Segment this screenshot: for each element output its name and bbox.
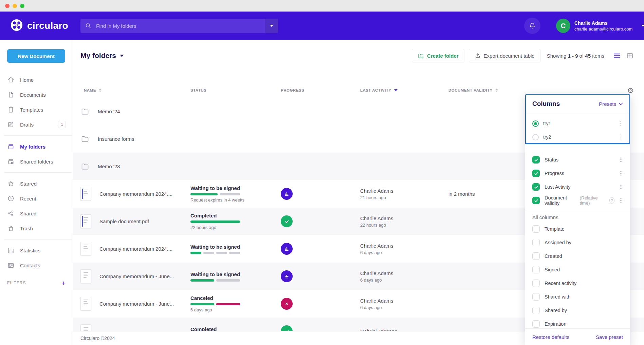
sidebar-item-statistics[interactable]: Statistics: [0, 243, 72, 258]
all-column-assigned-by: Assigned by: [525, 236, 630, 249]
sort-desc-icon: [394, 89, 398, 91]
checkbox-checked[interactable]: [532, 183, 540, 191]
progress-cell: [281, 270, 360, 282]
checkbox-unchecked[interactable]: [532, 239, 540, 246]
user-menu[interactable]: C Charlie Adams charlie.adams@circularo.…: [556, 19, 644, 33]
sidebar-item-trash[interactable]: Trash: [0, 221, 72, 236]
column-header-last-activity[interactable]: LAST ACTIVITY: [360, 88, 448, 92]
close-window-button[interactable]: [5, 4, 10, 8]
preset-menu-button[interactable]: ⋮: [617, 122, 623, 125]
sidebar-item-recent[interactable]: Recent: [0, 191, 72, 206]
divider: [4, 239, 72, 239]
name-cell: Company memorandum - June...: [80, 269, 190, 283]
sidebar-item-shared[interactable]: Shared: [0, 206, 72, 221]
preset-menu-button[interactable]: ⋮: [617, 135, 623, 139]
sidebar-item-contacts[interactable]: Contacts: [0, 258, 72, 273]
signature-badge-icon: [281, 243, 293, 255]
name-cell: Sample document.pdf: [80, 214, 190, 228]
all-column-recent-activity: Recent activity: [525, 276, 630, 290]
name-cell: Company memorandum 2024....: [80, 187, 190, 201]
all-column-template: Template: [525, 222, 630, 236]
drag-handle-icon[interactable]: [619, 184, 623, 190]
column-header-name[interactable]: NAME: [80, 88, 190, 92]
activity-time: 22 hours ago: [360, 223, 448, 228]
folder-shared-icon: [7, 158, 15, 165]
column-header-document-validity[interactable]: DOCUMENT VALIDITY: [448, 88, 632, 92]
presets-dropdown[interactable]: Presets: [599, 101, 623, 107]
drag-handle-icon[interactable]: [619, 198, 623, 203]
export-document-table-button[interactable]: Export document table: [469, 49, 540, 62]
sidebar-item-templates[interactable]: Templates: [0, 102, 72, 117]
checkbox-unchecked[interactable]: [532, 307, 540, 314]
sidebar-item-shared-folders[interactable]: Shared folders: [0, 154, 72, 169]
new-document-button[interactable]: New Document: [7, 49, 65, 63]
columns-panel-header: Columns Presets: [525, 94, 630, 114]
all-column-signed: Signed: [525, 263, 630, 276]
checkbox-unchecked[interactable]: [532, 320, 540, 328]
columns-panel: Columns Presets try1⋮try2⋮ StatusProgres…: [525, 94, 630, 345]
gear-icon: [627, 87, 634, 94]
page-title-dropdown[interactable]: My folders: [80, 52, 124, 60]
radio-selected[interactable]: [532, 120, 539, 127]
drag-handle-icon[interactable]: [619, 157, 623, 162]
folder-name: Memo '24: [98, 109, 120, 114]
sidebar-item-label: Home: [20, 77, 34, 83]
search-icon: [85, 23, 91, 29]
column-header-status[interactable]: STATUS: [190, 88, 281, 92]
app-logo[interactable]: circularo: [10, 12, 68, 40]
grid-view-button[interactable]: [627, 53, 633, 59]
sidebar-item-starred[interactable]: Starred: [0, 176, 72, 191]
column-option-label: Recent activity: [545, 281, 576, 286]
visible-column-status: Status: [525, 153, 630, 167]
zoom-window-button[interactable]: [20, 4, 24, 8]
checkbox-unchecked[interactable]: [532, 225, 540, 233]
sidebar-item-label: Trash: [20, 226, 33, 231]
checkbox-unchecked[interactable]: [532, 266, 540, 273]
column-option-label: Document validity: [545, 195, 574, 206]
checkbox-checked[interactable]: [532, 197, 540, 204]
last-activity-cell: Charlie Adams22 hours ago: [360, 215, 448, 228]
column-header-progress[interactable]: PROGRESS: [281, 88, 360, 92]
progress-segment: [190, 221, 240, 223]
sidebar-item-label: Starred: [20, 181, 37, 187]
checkbox-unchecked[interactable]: [532, 280, 540, 287]
notifications-button[interactable]: [524, 18, 540, 34]
checkbox-checked[interactable]: [532, 170, 540, 177]
list-view-button[interactable]: [613, 53, 620, 58]
checkbox-unchecked[interactable]: [532, 252, 540, 260]
clock-icon: [7, 195, 15, 202]
restore-defaults-link[interactable]: Restore defaults: [532, 334, 569, 340]
create-folder-button[interactable]: Create folder: [412, 49, 464, 62]
save-preset-link[interactable]: Save preset: [596, 334, 623, 340]
visible-column-document-validity: Document validity(Relative time)?: [525, 194, 630, 207]
sidebar-item-home[interactable]: Home: [0, 72, 72, 87]
columns-panel-title: Columns: [532, 100, 560, 108]
star-icon: [7, 180, 15, 187]
home-icon: [7, 76, 15, 83]
content-toolbar: My folders Create folder Export document…: [80, 49, 633, 62]
bell-icon: [529, 22, 536, 30]
radio-unselected[interactable]: [532, 134, 539, 140]
sort-icon: [99, 89, 102, 92]
visible-columns-list: StatusProgressLast ActivityDocument vali…: [525, 150, 630, 209]
checkbox-unchecked[interactable]: [532, 293, 540, 301]
sidebar-item-drafts[interactable]: Drafts1: [0, 117, 72, 132]
avatar: C: [556, 19, 570, 33]
sidebar-item-documents[interactable]: Documents: [0, 87, 72, 102]
divider: [4, 172, 72, 173]
status-cell: Waiting to be signedRequest expires in 4…: [190, 185, 281, 203]
document-thumbnail-icon: [80, 297, 91, 311]
progress-segment: [190, 279, 214, 282]
help-icon[interactable]: ?: [609, 197, 614, 204]
progress-segment: [203, 252, 214, 254]
chevron-down-icon: [641, 25, 644, 27]
add-filter-button[interactable]: +: [61, 280, 66, 287]
search-input[interactable]: [95, 23, 265, 29]
checkbox-checked[interactable]: [532, 156, 540, 164]
search-scope-dropdown[interactable]: [265, 19, 278, 33]
sidebar-item-my-folders[interactable]: My folders: [0, 139, 72, 154]
minimize-window-button[interactable]: [13, 4, 17, 8]
name-cell: Company memorandum - June...: [80, 297, 190, 311]
status-subtext: 6 days ago: [190, 307, 248, 312]
drag-handle-icon[interactable]: [619, 171, 623, 176]
